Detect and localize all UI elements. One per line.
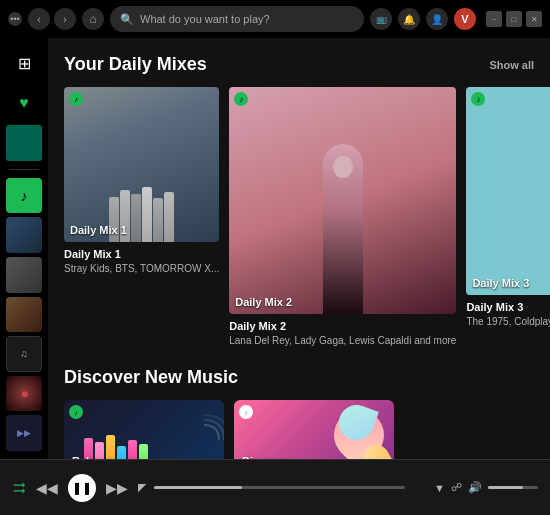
release-radar-label: Release Radar: [72, 454, 114, 459]
sidebar-playlist-3[interactable]: [6, 257, 42, 293]
minimize-button[interactable]: －: [486, 11, 502, 27]
mix2-label: Daily Mix 2: [235, 296, 292, 308]
mix-card-1[interactable]: ♪ Daily Mix 1 Daily Mix 1 Stray Kids, BT…: [64, 87, 219, 347]
devices-button[interactable]: ☍: [451, 481, 462, 494]
next-button[interactable]: ▶▶: [106, 480, 128, 496]
weekly-spotify-icon: ♪: [239, 405, 253, 419]
search-placeholder: What do you want to play?: [140, 13, 270, 25]
progress-area: [154, 486, 405, 489]
search-bar[interactable]: 🔍 What do you want to play?: [110, 6, 364, 32]
discover-title: Discover New Music: [64, 367, 238, 388]
nav-dots: •••: [8, 12, 22, 26]
mix1-artists: Stray Kids, BTS, TOMORROW X...: [64, 262, 219, 275]
nav-dot-1[interactable]: •••: [8, 12, 22, 26]
title-bar-icons: 📺 🔔 👤 V: [370, 8, 476, 30]
daily-mixes-grid: ♪ Daily Mix 1 Daily Mix 1 Stray Kids, BT…: [64, 87, 534, 347]
mix1-spotify-icon: ♪: [69, 92, 83, 106]
back-arrow[interactable]: ‹: [28, 8, 50, 30]
discover-header: Discover New Music: [64, 367, 534, 388]
cast-icon[interactable]: 📺: [370, 8, 392, 30]
radar-spotify-icon: ♪: [69, 405, 83, 419]
player-bar: ◀◀ ❚❚ ▶▶ ◤ ▼ ☍ 🔊: [0, 459, 550, 515]
mix3-label: Daily Mix 3: [472, 277, 529, 289]
close-button[interactable]: ✕: [526, 11, 542, 27]
pause-button[interactable]: ❚❚: [68, 474, 96, 502]
avatar[interactable]: V: [454, 8, 476, 30]
lyrics-button[interactable]: ▼: [434, 482, 445, 494]
sidebar-playlist-7[interactable]: ▶▶: [6, 415, 42, 451]
sidebar-divider-1: [9, 169, 39, 170]
mix-cover-2: ♪ Daily Mix 2: [229, 87, 456, 314]
sidebar-heart-icon[interactable]: ♥: [6, 86, 42, 122]
daily-mixes-header: Your Daily Mixes Show all: [64, 54, 534, 75]
sidebar: ⊞ ♥ ▶ ♪ ♫ ⏺ ▶▶: [0, 38, 48, 459]
users-icon[interactable]: 👤: [426, 8, 448, 30]
sidebar-home-icon[interactable]: ⊞: [6, 46, 42, 82]
mix-cover-1: ♪ Daily Mix 1: [64, 87, 219, 242]
search-icon: 🔍: [120, 13, 134, 26]
maximize-button[interactable]: □: [506, 11, 522, 27]
mix1-label: Daily Mix 1: [70, 224, 127, 236]
window-controls: － □ ✕: [486, 11, 542, 27]
discover-weekly-card[interactable]: ♪ Discover Weekly: [234, 400, 394, 459]
sidebar-playlist-4[interactable]: [6, 297, 42, 333]
mix3-artists: The 1975, Coldplay, The Neighbourhood an…: [466, 315, 550, 328]
discover-grid: ♪ Release Radar: [64, 400, 534, 459]
shuffle-button[interactable]: [12, 481, 26, 495]
sidebar-playlist-5[interactable]: ♫: [6, 336, 42, 372]
mix1-name: Daily Mix 1: [64, 248, 219, 260]
sidebar-library-icon[interactable]: ▶: [6, 125, 42, 161]
nav-arrows: ‹ ›: [28, 8, 76, 30]
queue-button[interactable]: ◤: [138, 481, 146, 494]
main-content: Your Daily Mixes Show all: [48, 38, 550, 459]
volume-fill: [488, 486, 523, 489]
release-radar-card[interactable]: ♪ Release Radar: [64, 400, 224, 459]
player-controls: ◀◀ ❚❚ ▶▶ ◤: [12, 474, 146, 502]
show-all-button[interactable]: Show all: [489, 59, 534, 71]
volume-icon[interactable]: 🔊: [468, 481, 482, 494]
progress-fill: [154, 486, 242, 489]
mix2-artists: Lana Del Rey, Lady Gaga, Lewis Capaldi a…: [229, 334, 456, 347]
prev-button[interactable]: ◀◀: [36, 480, 58, 496]
title-bar: ••• ‹ › ⌂ 🔍 What do you want to play? 📺 …: [0, 0, 550, 38]
home-icon[interactable]: ⌂: [82, 8, 104, 30]
mix-cover-3: THE1975 ♪ Daily Mix 3: [466, 87, 550, 295]
sidebar-playlist-6[interactable]: ⏺: [6, 376, 42, 412]
radar-waves-icon: [174, 410, 224, 459]
volume-bar[interactable]: [488, 486, 538, 489]
mix-card-2[interactable]: ♪ Daily Mix 2 Daily Mix 2 Lana Del Rey, …: [229, 87, 456, 347]
discover-weekly-label: Discover Weekly: [242, 454, 288, 459]
daily-mixes-title: Your Daily Mixes: [64, 54, 207, 75]
progress-bar[interactable]: [154, 486, 405, 489]
mix-card-3[interactable]: THE1975 ♪ Daily Mix 3 Daily Mix 3 The 19…: [466, 87, 550, 347]
bell-icon[interactable]: 🔔: [398, 8, 420, 30]
forward-arrow[interactable]: ›: [54, 8, 76, 30]
sidebar-playlist-1[interactable]: ♪: [6, 178, 42, 214]
mix2-name: Daily Mix 2: [229, 320, 456, 332]
mix3-name: Daily Mix 3: [466, 301, 550, 313]
player-right: ▼ ☍ 🔊: [413, 481, 538, 494]
main-layout: ⊞ ♥ ▶ ♪ ♫ ⏺ ▶▶ Your Daily Mixes Show all: [0, 38, 550, 459]
sidebar-playlist-2[interactable]: [6, 217, 42, 253]
